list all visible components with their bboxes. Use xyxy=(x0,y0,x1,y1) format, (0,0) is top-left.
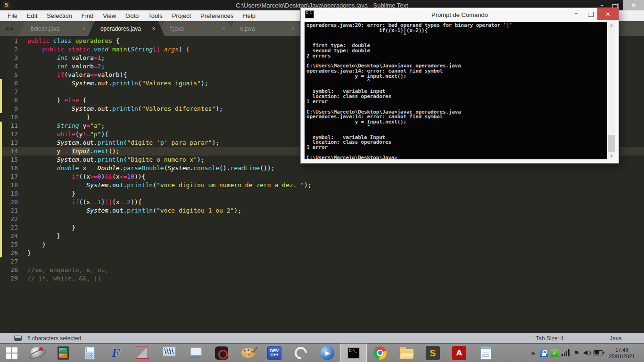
terminal-line: 1 error xyxy=(306,99,606,105)
command-prompt-taskbar-button[interactable]: C:\_ xyxy=(340,344,367,362)
modified-line-marker xyxy=(0,181,2,189)
sublime-text-taskbar-button[interactable]: S xyxy=(420,344,446,362)
menu-find[interactable]: Find xyxy=(77,10,98,21)
media-app-taskbar-button[interactable] xyxy=(24,344,50,362)
ftool-icon: F xyxy=(109,346,123,360)
cmd-scrollbar[interactable]: ∧ ∨ xyxy=(608,22,615,159)
tab-nav-right-icon[interactable]: ▶ xyxy=(10,25,14,32)
media-player-taskbar-button[interactable]: ▶ xyxy=(314,344,340,362)
tab-label: operadores.java xyxy=(88,25,150,32)
code-text: System.out.println("voce digitou um nume… xyxy=(18,181,312,189)
tab-f.java[interactable]: f.java× xyxy=(158,21,234,36)
syntax-indicator[interactable]: Java xyxy=(587,335,644,342)
code-line-20[interactable]: 20 if((x==1)||(x==2)){ xyxy=(0,198,644,206)
code-line-18[interactable]: 18 System.out.println("voce digitou um n… xyxy=(0,181,644,189)
line-number: 17 xyxy=(0,173,18,181)
notepad-taskbar-button[interactable] xyxy=(472,344,499,362)
menu-view[interactable]: View xyxy=(98,10,121,21)
code-line-19[interactable]: 19 } xyxy=(0,189,644,198)
screen-recorder-taskbar-button[interactable] xyxy=(208,344,235,362)
menu-selection[interactable]: Selection xyxy=(42,10,76,21)
line-number: 18 xyxy=(0,181,18,189)
code-text: y = Input.next(); xyxy=(18,147,120,156)
code-line-29[interactable]: 29// if, while, &&, || xyxy=(0,274,644,283)
antivirus-ok-tray-button[interactable]: ✓ xyxy=(549,344,560,362)
ftool-taskbar-button[interactable]: F xyxy=(103,344,129,362)
chrome-taskbar-button[interactable] xyxy=(367,344,393,362)
code-line-25[interactable]: 25 } xyxy=(0,240,644,249)
movie-maker-taskbar-button[interactable] xyxy=(50,344,76,362)
acrobat-reader-taskbar-button[interactable]: A xyxy=(446,344,472,362)
menu-goto[interactable]: Goto xyxy=(121,10,143,21)
scroll-down-icon[interactable]: ∨ xyxy=(608,152,615,159)
code-line-27[interactable]: 27 xyxy=(0,257,644,266)
bittorrent-taskbar-button[interactable] xyxy=(288,344,314,362)
code-text: String y="a"; xyxy=(18,122,105,130)
start-button[interactable] xyxy=(0,344,24,362)
file-explorer-taskbar-button[interactable] xyxy=(393,344,420,362)
tab-size-indicator[interactable]: Tab Size: 4 xyxy=(512,335,587,342)
code-line-21[interactable]: 21 System.out.println("voce digitou 1 ou… xyxy=(0,206,644,215)
geotechnics-app-taskbar-button[interactable] xyxy=(129,344,156,362)
action-center-flag-tray-button[interactable]: ⚑ xyxy=(571,344,582,362)
line-number: 22 xyxy=(0,215,18,223)
tab-bolean.java[interactable]: bolean.java× xyxy=(18,21,95,36)
code-text xyxy=(18,88,27,96)
menu-project[interactable]: Project xyxy=(167,10,196,21)
network-signal-tray-button[interactable] xyxy=(560,344,571,362)
modified-line-marker xyxy=(0,79,2,88)
close-button[interactable]: × xyxy=(623,0,644,10)
code-line-26[interactable]: 26} xyxy=(0,249,644,257)
dev-cpp-taskbar-button[interactable]: DEV C++ xyxy=(261,344,288,362)
volume-tray-button[interactable] xyxy=(582,344,593,362)
terminal-line: location: class operadores xyxy=(306,140,606,145)
menu-help[interactable]: Help xyxy=(238,10,260,21)
cmd-close-button[interactable]: × xyxy=(597,8,619,20)
tab-operadores.java[interactable]: operadores.java× xyxy=(88,21,165,36)
remote-desktop-taskbar-button[interactable] xyxy=(182,344,208,362)
show-hidden-icons-tray-button[interactable] xyxy=(528,344,538,362)
menu-file[interactable]: File xyxy=(3,10,22,21)
taskbar-clock[interactable]: 17:43 25/01/2021 xyxy=(603,346,644,360)
code-line-16[interactable]: 16 double x = Double.parseDouble(System.… xyxy=(0,164,644,173)
cmd-maximize-button[interactable] xyxy=(583,8,597,20)
terminal-output[interactable]: operadores.java:20: error: bad operand t… xyxy=(305,22,607,159)
volume-icon xyxy=(584,350,591,356)
modified-line-marker xyxy=(0,147,2,156)
cmd-titlebar[interactable]: C:\ Prompt de Comando – × xyxy=(301,8,619,22)
line-number: 19 xyxy=(0,189,18,198)
cmd-minimize-button[interactable]: – xyxy=(569,8,583,19)
modified-line-marker xyxy=(0,198,2,206)
calculator-taskbar-button[interactable] xyxy=(76,344,103,362)
code-line-17[interactable]: 17 if((x>=0)&&(x<=10)){ xyxy=(0,173,644,181)
code-line-23[interactable]: 23 } xyxy=(0,223,644,232)
chrome-icon xyxy=(373,346,387,360)
code-text: if((x==1)||(x==2)){ xyxy=(18,198,142,206)
line-number: 8 xyxy=(0,96,18,105)
tab-e.java[interactable]: e.java× xyxy=(228,21,304,36)
battery-tray-button[interactable] xyxy=(593,344,603,362)
line-number: 3 xyxy=(0,54,18,62)
tab-nav-left-icon[interactable]: ◀ xyxy=(5,25,8,32)
code-text: } xyxy=(18,189,75,198)
security-lock-tray-button[interactable] xyxy=(538,344,549,362)
code-line-28[interactable]: 28//se, enquanto, e, ou, xyxy=(0,266,644,274)
sublime-app-icon: S xyxy=(3,1,10,8)
modified-line-marker xyxy=(0,215,2,223)
code-line-24[interactable]: 24 } xyxy=(0,232,644,240)
menu-tools[interactable]: Tools xyxy=(143,10,167,21)
line-number: 13 xyxy=(0,139,18,147)
paint-app-icon xyxy=(241,348,255,358)
menu-preferences[interactable]: Preferences xyxy=(196,10,238,21)
modified-line-marker xyxy=(0,105,2,113)
modified-line-marker xyxy=(0,249,2,257)
tab-label: e.java xyxy=(228,25,290,32)
scrollbar-thumb[interactable] xyxy=(608,135,615,152)
paint-app-taskbar-button[interactable] xyxy=(235,344,261,362)
scroll-up-icon[interactable]: ∧ xyxy=(608,22,615,29)
code-line-22[interactable]: 22 xyxy=(0,215,644,223)
terminal-line: ^ xyxy=(306,79,606,84)
system-monitor-taskbar-button[interactable] xyxy=(156,344,182,362)
menu-edit[interactable]: Edit xyxy=(22,10,42,21)
line-number: 15 xyxy=(0,156,18,164)
